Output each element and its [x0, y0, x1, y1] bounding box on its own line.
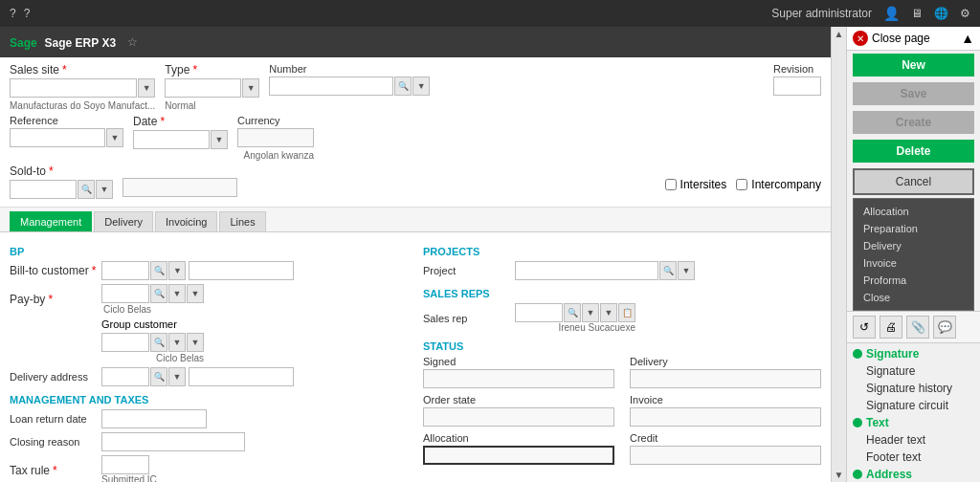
type-sub: Normal — [165, 100, 259, 111]
soldto-code-input[interactable]: AO002 — [10, 180, 77, 199]
project-input[interactable] — [515, 261, 658, 280]
close-page-label: Close page — [872, 32, 930, 45]
sales-site-input[interactable]: AO12 — [10, 78, 137, 98]
address-tree-header[interactable]: Address — [853, 468, 974, 481]
print-btn[interactable]: 🖨 — [880, 316, 902, 339]
allocation-input[interactable]: Not allocated — [423, 446, 614, 465]
bill-to-search[interactable]: 🔍 — [150, 261, 167, 280]
group-customer-sub: Ciclo Belas — [101, 353, 204, 363]
cancel-button[interactable]: Cancel — [853, 168, 974, 195]
delivery-address-code[interactable]: 001 — [101, 367, 149, 386]
credit-input[interactable]: OK — [630, 446, 821, 465]
pay-by-btn3[interactable]: ▼ — [187, 284, 204, 303]
group-btn3[interactable]: ▼ — [187, 333, 204, 352]
number-input[interactable]: SONA00120030 — [269, 77, 393, 96]
number-group: Number SONA00120030 🔍 ▼ — [269, 63, 430, 96]
signature-tree-header[interactable]: Signature — [853, 347, 974, 361]
tab-delivery[interactable]: Delivery — [94, 211, 153, 231]
vertical-scrollbar[interactable]: ▲ ▼ — [831, 27, 846, 482]
projects-section: PROJECTS — [423, 246, 821, 257]
bill-to-code[interactable]: AO002 — [101, 261, 149, 280]
refresh-btn[interactable]: ↺ — [853, 316, 876, 339]
star-icon[interactable]: ☆ — [127, 35, 138, 49]
sales-rep-btn2[interactable]: ▼ — [582, 303, 599, 322]
project-search[interactable]: 🔍 — [659, 261, 677, 280]
close-page-x[interactable]: ✕ — [853, 31, 868, 46]
text-tree-header[interactable]: Text — [853, 416, 974, 429]
sales-rep-btn1[interactable]: 🔍 — [564, 303, 581, 322]
tax-rule-input[interactable]: SPIC — [101, 455, 149, 474]
reference-picker[interactable]: ▼ — [106, 128, 123, 147]
pay-by-btn1[interactable]: 🔍 — [150, 284, 167, 303]
delivery-address-name[interactable]: Ciclo Belas — [189, 367, 294, 386]
new-button[interactable]: New — [853, 54, 974, 77]
currency-input[interactable]: AOA — [237, 128, 314, 147]
intersites-checkbox[interactable] — [665, 179, 677, 190]
menu-item-preparation[interactable]: Preparation — [854, 220, 973, 237]
number-search[interactable]: 🔍 — [394, 77, 412, 96]
sales-rep-code[interactable]: AO252 — [515, 303, 563, 322]
type-input[interactable]: SON — [165, 78, 241, 98]
scroll-up[interactable]: ▲ — [835, 29, 844, 39]
help-icon[interactable]: ? — [10, 7, 16, 20]
bill-to-name[interactable]: Ciclo Belas — [189, 261, 294, 280]
tree-item-signature-history[interactable]: Signature history — [853, 380, 974, 397]
reference-input[interactable] — [10, 128, 105, 147]
date-picker[interactable]: ▼ — [211, 130, 228, 149]
soldto-name-input[interactable]: Ciclo Belas — [122, 178, 237, 197]
soldto-picker[interactable]: ▼ — [96, 180, 113, 199]
globe-icon[interactable]: 🌐 — [934, 7, 948, 20]
panel-collapse[interactable]: ▲ — [961, 31, 974, 46]
sales-site-group: Sales site * AO12 ▼ Manufacturas do Soyo… — [10, 63, 155, 111]
tree-item-signature-circuit[interactable]: Signature circuit — [853, 397, 974, 414]
menu-item-delivery[interactable]: Delivery — [854, 237, 973, 254]
settings-icon[interactable]: ⚙ — [960, 7, 970, 20]
revision-input[interactable]: 0 — [773, 77, 821, 96]
closing-reason-input[interactable] — [101, 432, 245, 451]
bill-to-picker[interactable]: ▼ — [168, 261, 186, 280]
project-picker[interactable]: ▼ — [678, 261, 695, 280]
loan-return-input[interactable] — [101, 409, 207, 428]
soldto-search[interactable]: 🔍 — [78, 180, 95, 199]
chat-btn[interactable]: 💬 — [933, 316, 956, 339]
menu-item-invoice[interactable]: Invoice — [854, 254, 973, 272]
tree-item-signature[interactable]: Signature — [853, 362, 974, 380]
delivery-search[interactable]: 🔍 — [150, 367, 167, 386]
tab-lines[interactable]: Lines — [219, 211, 265, 231]
group-btn2[interactable]: ▼ — [168, 333, 186, 352]
sales-rep-btn4[interactable]: 📋 — [618, 303, 635, 322]
delete-button[interactable]: Delete — [853, 140, 974, 163]
scroll-down[interactable]: ▼ — [835, 470, 844, 480]
intercompany-checkbox[interactable] — [736, 179, 747, 190]
number-picker2[interactable]: ▼ — [412, 77, 430, 96]
invoice-input[interactable]: Not invoiced — [630, 407, 821, 427]
info-icon[interactable]: ? — [24, 7, 31, 20]
menu-item-proforma[interactable]: Proforma — [854, 272, 973, 289]
pay-by-btn2[interactable]: ▼ — [168, 284, 186, 303]
tab-management[interactable]: Management — [10, 211, 92, 231]
tab-invoicing[interactable]: Invoicing — [155, 211, 217, 231]
menu-item-close[interactable]: Close — [854, 289, 973, 306]
delivery-status-input[interactable]: Not delivered — [630, 369, 821, 388]
tree-item-footer-text[interactable]: Footer text — [853, 449, 974, 466]
pay-by-code[interactable]: AO002 — [101, 284, 149, 303]
save-button[interactable]: Save — [853, 82, 974, 105]
menu-item-allocation[interactable]: Allocation — [854, 203, 973, 220]
currency-group: Currency AOA Angolan kwanza — [237, 115, 314, 161]
date-input[interactable]: 10/17/16 — [133, 130, 210, 149]
order-state-input[interactable]: Open — [423, 407, 614, 427]
type-picker[interactable]: ▼ — [242, 78, 259, 98]
delivery-picker[interactable]: ▼ — [168, 367, 186, 386]
create-button[interactable]: Create — [853, 111, 974, 134]
bill-to-row: Bill-to customer * AO002 🔍 ▼ Ciclo Belas — [10, 261, 408, 280]
soldto-name-group: Ciclo Belas — [122, 164, 237, 197]
group-btn1[interactable]: 🔍 — [150, 333, 167, 352]
screen-icon[interactable]: 🖥 — [911, 7, 923, 20]
tree-item-header-text[interactable]: Header text — [853, 431, 974, 449]
form-body: BP Bill-to customer * AO002 🔍 ▼ Ciclo Be… — [0, 232, 831, 482]
group-customer-code[interactable]: AO002 — [101, 333, 149, 352]
attach-btn[interactable]: 📎 — [906, 316, 929, 339]
signed-input[interactable]: No — [423, 369, 614, 388]
sales-site-picker[interactable]: ▼ — [138, 78, 155, 98]
sales-rep-btn3[interactable]: ▼ — [600, 303, 617, 322]
